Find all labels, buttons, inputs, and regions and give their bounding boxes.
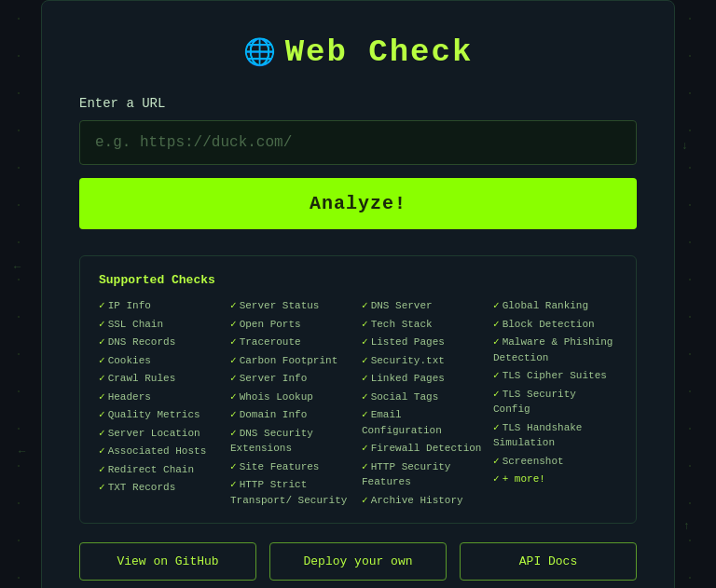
check-item: ✓HTTP Strict Transport/ Security	[230, 477, 354, 508]
title-row: 🌐 Web Check	[79, 34, 637, 70]
checks-col-2: ✓DNS Server✓Tech Stack✓Listed Pages✓Secu…	[362, 298, 486, 508]
check-item: ✓SSL Chain	[99, 317, 223, 333]
check-item: ✓Firewall Detection	[362, 441, 486, 457]
check-item: ✓Screenshot	[493, 454, 617, 470]
check-item: ✓Email Configuration	[362, 407, 486, 438]
url-input[interactable]	[79, 120, 637, 165]
check-item: ✓Site Features	[230, 459, 354, 475]
check-item: ✓Server Location	[99, 426, 223, 442]
check-item: ✓Traceroute	[230, 335, 354, 350]
check-item: ✓Global Ranking	[493, 298, 617, 314]
check-item: ✓Social Tags	[362, 390, 486, 405]
check-item: ✓DNS Server	[362, 298, 486, 314]
check-item: ✓Carbon Footprint	[230, 353, 354, 369]
check-item: ✓Quality Metrics	[99, 407, 223, 423]
check-item: ✓TLS Security Config	[493, 387, 617, 417]
check-item: ✓TLS Handshake Simulation	[493, 420, 617, 451]
check-item: ✓DNS Records	[99, 335, 223, 350]
supported-checks-section: Supported Checks ✓IP Info✓SSL Chain✓DNS …	[79, 255, 637, 524]
check-item: ✓Open Ports	[230, 317, 354, 333]
checks-grid: ✓IP Info✓SSL Chain✓DNS Records✓Cookies✓C…	[99, 298, 617, 508]
check-item: ✓+ more!	[493, 472, 617, 487]
check-item: ✓Domain Info	[230, 407, 354, 423]
check-item: ✓Crawl Rules	[99, 371, 223, 387]
check-item: ✓Server Status	[230, 298, 354, 314]
check-item: ✓HTTP Security Features	[362, 459, 486, 490]
check-item: ✓TXT Records	[99, 480, 223, 496]
main-card: 🌐 Web Check Enter a URL Analyze! Support…	[41, 0, 675, 588]
check-item: ✓Block Detection	[493, 317, 617, 333]
check-item: ✓Archive History	[362, 493, 486, 509]
check-item: ✓Tech Stack	[362, 317, 486, 333]
check-item: ✓Server Info	[230, 371, 354, 387]
check-item: ✓Redirect Chain	[99, 462, 223, 478]
github-button[interactable]: View on GitHub	[79, 542, 256, 581]
app-title: Web Check	[285, 34, 474, 70]
check-item: ✓Associated Hosts	[99, 444, 223, 459]
api-docs-button[interactable]: API Docs	[460, 542, 637, 581]
check-item: ✓Listed Pages	[362, 335, 486, 350]
check-item: ✓DNS Security Extensions	[230, 426, 354, 457]
check-item: ✓Security.txt	[362, 353, 486, 369]
check-item: ✓Malware & Phishing Detection	[493, 335, 617, 365]
globe-icon: 🌐	[243, 36, 276, 68]
check-item: ✓Whois Lookup	[230, 390, 354, 405]
deploy-button[interactable]: Deploy your own	[269, 542, 447, 581]
check-item: ✓Headers	[99, 390, 223, 405]
check-item: ✓TLS Cipher Suites	[493, 368, 617, 384]
check-item: ✓IP Info	[99, 298, 223, 314]
check-item: ✓Linked Pages	[362, 371, 486, 387]
supported-checks-title: Supported Checks	[99, 273, 617, 287]
checks-col-1: ✓Server Status✓Open Ports✓Traceroute✓Car…	[230, 298, 354, 508]
action-buttons: View on GitHub Deploy your own API Docs	[79, 542, 637, 581]
analyze-button[interactable]: Analyze!	[79, 178, 637, 229]
check-item: ✓Cookies	[99, 353, 223, 369]
checks-col-0: ✓IP Info✓SSL Chain✓DNS Records✓Cookies✓C…	[99, 298, 223, 508]
url-label: Enter a URL	[79, 96, 637, 111]
checks-col-3: ✓Global Ranking✓Block Detection✓Malware …	[493, 298, 617, 508]
